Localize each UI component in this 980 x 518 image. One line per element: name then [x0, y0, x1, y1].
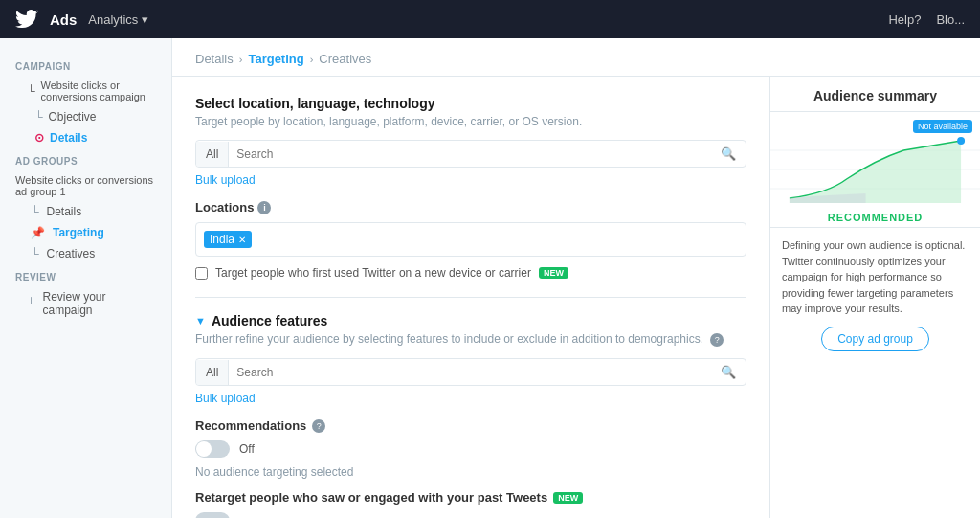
- india-tag: India ✕: [204, 231, 252, 248]
- audience-bulk-upload[interactable]: Bulk upload: [195, 392, 746, 405]
- sidebar-item-adgroup[interactable]: Website clicks or conversions ad group 1: [0, 170, 171, 201]
- location-section-title: Select location, language, technology: [195, 96, 746, 111]
- top-nav: Ads Analytics ▾ Help? Blo...: [0, 0, 980, 38]
- sidebar-item-campaign[interactable]: └ Website clicks or conversions campaign: [0, 76, 171, 106]
- breadcrumb-creatives[interactable]: Creatives: [319, 52, 371, 66]
- breadcrumb-arrow-1: ›: [239, 54, 243, 65]
- location-search-icon[interactable]: 🔍: [711, 141, 746, 167]
- india-tag-close[interactable]: ✕: [238, 235, 246, 245]
- location-bulk-upload[interactable]: Bulk upload: [195, 173, 746, 187]
- breadcrumb-arrow-2: ›: [310, 54, 314, 65]
- svg-point-3: [957, 137, 965, 145]
- audience-search-input[interactable]: [229, 360, 711, 385]
- topnav-left: Ads Analytics ▾: [15, 8, 148, 31]
- audience-features-title: Audience features: [212, 313, 327, 328]
- locations-box: India ✕: [195, 222, 746, 257]
- recommendations-info-icon[interactable]: ?: [312, 419, 325, 433]
- sidebar-item-details[interactable]: ⊙ Details: [0, 127, 171, 148]
- recommended-label: RECOMMENDED: [770, 208, 980, 228]
- review-icon: └: [27, 297, 35, 310]
- recommendations-section: Recommendations ? Off: [195, 418, 746, 458]
- sidebar-item-creatives[interactable]: └ Creatives: [0, 243, 171, 264]
- sidebar-item-review[interactable]: └ Review your campaign: [0, 286, 171, 321]
- breadcrumb-details[interactable]: Details: [195, 52, 234, 66]
- content-area: Select location, language, technology Ta…: [172, 77, 980, 518]
- section-divider: [195, 297, 746, 298]
- retarget-toggle-row: ✕: [195, 512, 746, 518]
- audience-search-bar: All 🔍: [195, 358, 746, 386]
- twitter-logo: [15, 8, 38, 31]
- targeting-icon: 📌: [31, 226, 45, 239]
- sidebar-campaign-icon: └: [27, 84, 35, 98]
- retarget-new-badge: NEW: [553, 492, 583, 504]
- recommendations-toggle[interactable]: [195, 440, 230, 458]
- sidebar-item-targeting[interactable]: 📌 Targeting: [0, 222, 171, 243]
- audience-desc: Defining your own audience is optional. …: [770, 228, 980, 327]
- analytics-menu[interactable]: Analytics ▾: [88, 12, 148, 27]
- carrier-checkbox[interactable]: [195, 267, 208, 280]
- no-targeting-label: No audience targeting selected: [195, 465, 746, 479]
- locations-label: Locations i: [195, 200, 746, 214]
- locations-info-icon[interactable]: i: [257, 201, 271, 214]
- details-icon: ⊙: [34, 131, 44, 145]
- not-available-badge: Not available: [913, 120, 972, 133]
- sidebar-item-adgroup-details[interactable]: └ Details: [0, 201, 171, 222]
- main-content: Details › Targeting › Creatives Select l…: [172, 38, 980, 518]
- sidebar: CAMPAIGN └ Website clicks or conversions…: [0, 38, 172, 518]
- main-layout: CAMPAIGN └ Website clicks or conversions…: [0, 38, 980, 518]
- breadcrumb-targeting[interactable]: Targeting: [248, 52, 303, 66]
- brand-label: Ads: [50, 11, 77, 28]
- carrier-new-badge: NEW: [539, 267, 568, 279]
- content-left: Select location, language, technology Ta…: [172, 77, 769, 518]
- audience-summary-title: Audience summary: [770, 77, 980, 112]
- audience-search-icon[interactable]: 🔍: [711, 359, 746, 385]
- sidebar-section-campaign: CAMPAIGN: [0, 54, 171, 76]
- breadcrumb: Details › Targeting › Creatives: [172, 38, 980, 77]
- retarget-label: Retarget people who saw or engaged with …: [195, 490, 746, 505]
- topnav-right: Help? Blo...: [888, 12, 965, 27]
- audience-features-info-icon[interactable]: ?: [710, 333, 724, 347]
- audience-features-desc: Further refine your audience by selectin…: [195, 332, 746, 347]
- recommendations-toggle-label: Off: [239, 442, 255, 456]
- recommendations-toggle-knob: [196, 441, 212, 457]
- audience-chart: Not available: [770, 112, 980, 208]
- location-search-bar: All 🔍: [195, 140, 746, 168]
- help-link[interactable]: Help?: [888, 12, 921, 27]
- sidebar-section-review: REVIEW: [0, 264, 171, 286]
- adgroup-details-icon: └: [31, 205, 39, 218]
- sidebar-section-adgroups: AD GROUPS: [0, 148, 171, 170]
- search-all-label[interactable]: All: [196, 142, 229, 167]
- right-panel: Audience summary: [769, 77, 980, 518]
- retarget-toggle[interactable]: ✕: [195, 512, 230, 518]
- location-search-input[interactable]: [229, 142, 711, 167]
- recommendations-toggle-row: Off: [195, 440, 746, 458]
- audience-features-header: ▼ Audience features: [195, 313, 746, 328]
- copy-ad-group-button[interactable]: Copy ad group: [821, 327, 929, 351]
- blog-link[interactable]: Blo...: [936, 12, 965, 27]
- audience-search-all-label[interactable]: All: [196, 360, 229, 385]
- creatives-icon: └: [31, 247, 39, 260]
- carrier-checkbox-row: Target people who first used Twitter on …: [195, 266, 746, 280]
- recommendations-label: Recommendations: [195, 418, 306, 433]
- location-section-desc: Target people by location, language, pla…: [195, 115, 746, 128]
- sidebar-item-objective[interactable]: └ Objective: [0, 106, 171, 127]
- objective-icon: └: [34, 110, 43, 124]
- audience-features-arrow[interactable]: ▼: [195, 315, 206, 327]
- recommendations-header: Recommendations ?: [195, 418, 746, 433]
